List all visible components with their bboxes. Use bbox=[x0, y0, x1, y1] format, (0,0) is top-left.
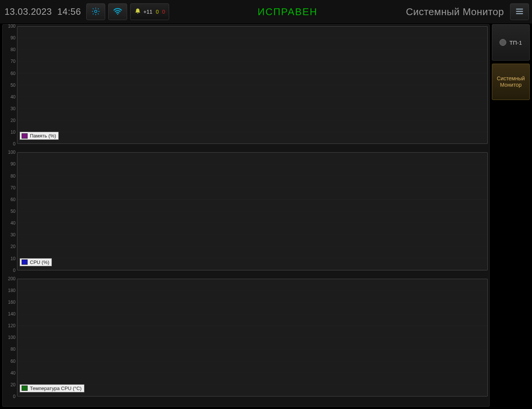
legend-label: CPU (%) bbox=[30, 259, 49, 265]
sidebar-item-label: Системный Монитор bbox=[492, 75, 529, 89]
page-title: Системный Монитор bbox=[406, 6, 504, 18]
y-tick-label: 160 bbox=[8, 300, 16, 305]
y-tick-label: 100 bbox=[8, 150, 16, 155]
y-tick-label: 20 bbox=[11, 382, 16, 387]
charts-panel: 0102030405060708090100Память (%)14:56:40… bbox=[2, 24, 490, 407]
y-tick-label: 140 bbox=[8, 311, 16, 317]
body-row: 0102030405060708090100Память (%)14:56:40… bbox=[0, 23, 532, 409]
y-tick-label: 60 bbox=[11, 359, 16, 364]
y-tick-label: 30 bbox=[11, 232, 16, 237]
gear-icon bbox=[91, 7, 100, 17]
chart-block: 020406080100120140160180200Температура C… bbox=[4, 279, 488, 405]
settings-button[interactable] bbox=[86, 3, 105, 20]
y-tick-label: 100 bbox=[8, 23, 16, 29]
y-tick-label: 40 bbox=[11, 94, 16, 100]
y-tick-label: 40 bbox=[11, 370, 16, 376]
y-tick-label: 80 bbox=[11, 47, 16, 52]
chart-plot[interactable]: Память (%) bbox=[17, 26, 488, 144]
x-axis: 14:56:4014:57:0014:57:2014:57:4014:58:00 bbox=[17, 270, 488, 279]
chart-legend[interactable]: Память (%) bbox=[20, 132, 59, 140]
svg-point-1 bbox=[117, 14, 118, 15]
chart-plot[interactable]: Температура CPU (°C) bbox=[17, 279, 488, 397]
sidebar-item-tp1[interactable]: ТП-1 bbox=[492, 24, 530, 61]
time-text: 14:56 bbox=[57, 6, 81, 17]
sidebar: ТП-1 Системный Монитор bbox=[492, 24, 530, 407]
legend-swatch bbox=[22, 133, 28, 139]
x-axis: 14:56:4014:57:0014:57:2014:57:4014:58:00 bbox=[17, 397, 488, 405]
datetime-display: 13.03.2023 14:56 bbox=[5, 6, 81, 17]
y-tick-label: 20 bbox=[11, 244, 16, 249]
chart-block: 0102030405060708090100CPU (%)14:56:4014:… bbox=[4, 152, 488, 278]
alert-count-red: 0 bbox=[162, 9, 165, 15]
y-tick-label: 40 bbox=[11, 220, 16, 226]
chart-legend[interactable]: Температура CPU (°C) bbox=[20, 384, 84, 392]
y-tick-label: 70 bbox=[11, 59, 16, 64]
alert-count-plus: +11 bbox=[143, 9, 152, 15]
y-tick-label: 30 bbox=[11, 106, 16, 111]
legend-swatch bbox=[22, 386, 28, 391]
menu-button[interactable] bbox=[510, 3, 529, 20]
y-tick-label: 0 bbox=[13, 141, 16, 147]
y-tick-label: 90 bbox=[11, 161, 16, 167]
y-axis: 0102030405060708090100 bbox=[4, 26, 17, 144]
wifi-icon bbox=[113, 6, 123, 17]
y-tick-label: 0 bbox=[13, 268, 16, 273]
y-tick-label: 200 bbox=[8, 276, 16, 281]
y-tick-label: 80 bbox=[11, 173, 16, 179]
y-tick-label: 120 bbox=[8, 323, 16, 328]
y-tick-label: 100 bbox=[8, 335, 16, 340]
sidebar-item-sysmon[interactable]: Системный Монитор bbox=[492, 64, 530, 100]
header-bar: 13.03.2023 14:56 +11 0 0 bbox=[0, 0, 532, 23]
y-tick-label: 180 bbox=[8, 288, 16, 293]
y-tick-label: 60 bbox=[11, 197, 16, 202]
legend-swatch bbox=[22, 259, 28, 265]
date-text: 13.03.2023 bbox=[5, 6, 52, 17]
y-tick-label: 60 bbox=[11, 71, 16, 76]
chart-block: 0102030405060708090100Память (%)14:56:40… bbox=[4, 26, 488, 152]
hamburger-icon bbox=[515, 7, 524, 17]
status-dot-icon bbox=[499, 39, 506, 46]
y-axis: 0102030405060708090100 bbox=[4, 152, 17, 270]
y-tick-label: 80 bbox=[11, 347, 16, 352]
alerts-button[interactable]: +11 0 0 bbox=[130, 3, 169, 20]
chart-legend[interactable]: CPU (%) bbox=[20, 258, 52, 266]
y-tick-label: 90 bbox=[11, 35, 16, 41]
legend-label: Температура CPU (°C) bbox=[30, 386, 82, 391]
chart-plot[interactable]: CPU (%) bbox=[17, 152, 488, 270]
svg-point-0 bbox=[95, 10, 97, 12]
x-axis: 14:56:4014:57:0014:57:2014:57:4014:58:00 bbox=[17, 144, 488, 152]
legend-label: Память (%) bbox=[30, 133, 56, 139]
sidebar-item-label: ТП-1 bbox=[509, 39, 522, 46]
y-tick-label: 20 bbox=[11, 118, 16, 123]
alert-count-yellow: 0 bbox=[156, 9, 159, 15]
y-tick-label: 50 bbox=[11, 83, 16, 88]
y-tick-label: 70 bbox=[11, 185, 16, 190]
y-tick-label: 0 bbox=[13, 394, 16, 399]
bell-icon bbox=[134, 8, 141, 16]
y-tick-label: 10 bbox=[11, 256, 16, 261]
y-tick-label: 10 bbox=[11, 130, 16, 135]
wifi-button[interactable] bbox=[108, 3, 127, 20]
y-axis: 020406080100120140160180200 bbox=[4, 279, 17, 397]
y-tick-label: 50 bbox=[11, 209, 16, 214]
system-status: ИСПРАВЕН bbox=[258, 6, 318, 18]
